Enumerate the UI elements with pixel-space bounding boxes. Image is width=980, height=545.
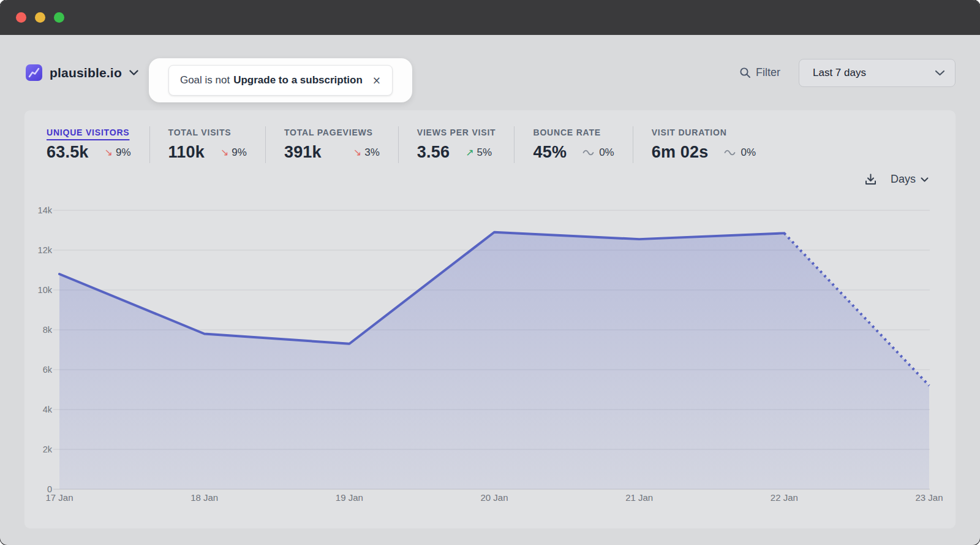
header-actions: Filter Last 7 days (739, 35, 956, 110)
y-axis-tick: 6k (43, 365, 53, 375)
remove-filter-icon[interactable]: × (372, 74, 381, 86)
x-axis-tick: 21 Jan (625, 492, 653, 503)
dashboard-header: plausible.io Goal is not Upgrade to a su… (0, 35, 980, 110)
stat-metric-total-visits[interactable]: TOTAL VISITS 110k ↘ 9% (149, 126, 265, 163)
x-axis-tick: 22 Jan (771, 492, 798, 503)
filter-pill-prefix: Goal is not (180, 74, 230, 86)
top-stats-row: UNIQUE VISITORS 63.5k ↘ 9% TOTAL VISITS … (24, 110, 956, 163)
trend-arrow-icon: ↘ (353, 148, 361, 158)
stat-label[interactable]: VIEWS PER VISIT (417, 128, 496, 137)
chevron-down-icon (935, 70, 945, 76)
stat-change-percent: 0% (599, 147, 614, 159)
interval-dropdown[interactable]: Days (891, 173, 929, 186)
x-axis-tick: 19 Jan (336, 492, 363, 503)
window-titlebar (0, 0, 980, 35)
stat-metric-bounce-rate[interactable]: BOUNCE RATE 45% 0% (514, 126, 632, 163)
stat-change: 0% (724, 147, 756, 159)
y-axis-tick: 12k (38, 245, 53, 255)
stat-label[interactable]: UNIQUE VISITORS (47, 128, 131, 137)
no-change-wave-icon (724, 149, 737, 156)
stat-value: 63.5k (47, 143, 89, 162)
search-icon (739, 67, 751, 78)
stat-metric-views-per-visit[interactable]: VIEWS PER VISIT 3.56 ↗ 5% (398, 126, 514, 163)
site-name: plausible.io (50, 66, 122, 80)
stat-label[interactable]: VISIT DURATION (652, 128, 756, 137)
chart-controls: Days (864, 173, 929, 186)
stat-metric-total-pageviews[interactable]: TOTAL PAGEVIEWS 391k ↘ 3% (265, 126, 398, 163)
stat-value: 3.56 (417, 143, 450, 162)
stat-change: ↘ 9% (221, 147, 247, 159)
minimize-window-button[interactable] (35, 12, 45, 23)
stat-value: 391k (284, 143, 322, 162)
app-window: plausible.io Goal is not Upgrade to a su… (0, 0, 980, 545)
stat-change-percent: 9% (232, 147, 247, 159)
stat-change-percent: 5% (477, 147, 492, 159)
trend-arrow-icon: ↘ (221, 148, 228, 158)
stat-change: ↗ 5% (466, 147, 492, 159)
stat-label[interactable]: TOTAL VISITS (168, 128, 247, 137)
filter-button[interactable]: Filter (739, 66, 780, 79)
stat-label[interactable]: TOTAL PAGEVIEWS (284, 128, 380, 137)
filter-button-label: Filter (756, 66, 780, 79)
chevron-down-icon (921, 177, 929, 182)
stat-change: 0% (582, 147, 614, 159)
x-axis-tick: 17 Jan (45, 492, 73, 503)
stat-change: ↘ 3% (353, 147, 380, 159)
stat-value: 45% (533, 143, 567, 162)
stat-label[interactable]: BOUNCE RATE (533, 128, 614, 137)
stat-change-percent: 9% (116, 147, 131, 159)
stat-change-percent: 3% (364, 147, 380, 159)
chevron-down-icon (129, 70, 138, 75)
chart-area-fill (59, 232, 929, 489)
maximize-window-button[interactable] (54, 12, 64, 23)
y-axis-tick: 2k (43, 444, 53, 454)
close-window-button[interactable] (16, 12, 26, 23)
filter-pill-value: Upgrade to a subscription (233, 74, 363, 86)
y-axis-tick: 10k (38, 285, 53, 295)
date-range-value: Last 7 days (813, 67, 935, 79)
stat-change: ↘ 9% (105, 147, 131, 159)
y-axis-tick: 14k (38, 205, 53, 215)
trend-arrow-icon: ↗ (466, 148, 473, 158)
stat-metric-visit-duration[interactable]: VISIT DURATION 6m 02s 0% (633, 126, 774, 163)
stat-change-percent: 0% (741, 147, 756, 159)
stat-value: 6m 02s (652, 143, 709, 162)
filter-highlight-container: Goal is not Upgrade to a subscription × (149, 58, 412, 102)
no-change-wave-icon (582, 149, 596, 156)
download-icon (864, 173, 877, 186)
x-axis-tick: 20 Jan (480, 492, 508, 503)
export-download-button[interactable] (864, 173, 877, 186)
stat-metric-unique-visitors[interactable]: UNIQUE VISITORS 63.5k ↘ 9% (47, 126, 149, 163)
y-axis-tick: 4k (43, 405, 53, 414)
stat-value: 110k (168, 143, 205, 162)
goal-filter-pill[interactable]: Goal is not Upgrade to a subscription × (168, 65, 393, 96)
x-axis-tick: 23 Jan (915, 492, 943, 503)
plausible-logo-icon (26, 64, 42, 81)
analytics-panel: UNIQUE VISITORS 63.5k ↘ 9% TOTAL VISITS … (24, 110, 956, 528)
visitors-area-chart[interactable]: 02k4k6k8k10k12k14k17 Jan18 Jan19 Jan20 J… (24, 196, 956, 521)
site-switcher[interactable]: plausible.io (26, 35, 138, 110)
interval-label: Days (891, 173, 916, 186)
x-axis-tick: 18 Jan (190, 492, 218, 503)
date-range-dropdown[interactable]: Last 7 days (799, 59, 956, 87)
y-axis-tick: 8k (43, 325, 53, 335)
trend-arrow-icon: ↘ (105, 148, 113, 158)
traffic-lights (16, 12, 64, 23)
